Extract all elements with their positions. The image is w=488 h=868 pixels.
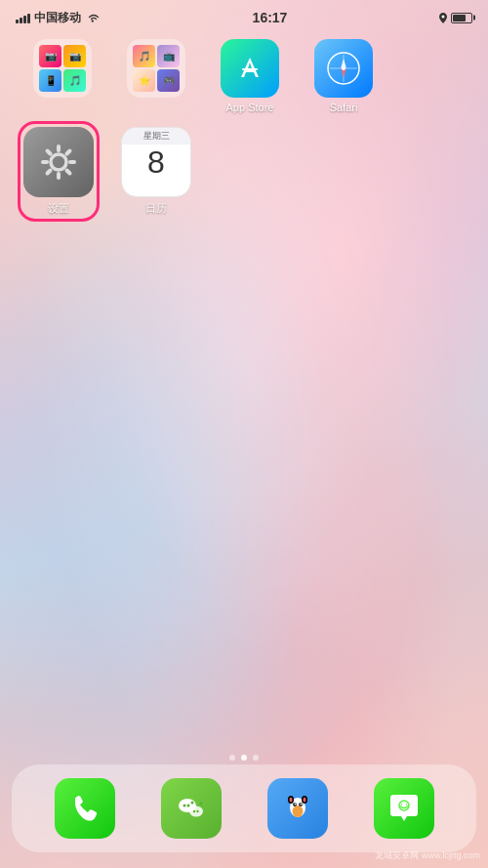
phone-icon-svg (67, 791, 102, 826)
dock-wechat-icon[interactable] (161, 778, 222, 839)
calendar-day-number: 8 (147, 146, 165, 178)
settings-label: 设置 (48, 201, 69, 216)
settings-icon[interactable] (23, 127, 94, 197)
svg-point-20 (190, 802, 193, 805)
wifi-icon (87, 13, 101, 23)
folder-2-item[interactable]: 🎵 📺 ⭐ 🎮 (117, 39, 195, 98)
dock (12, 765, 476, 852)
safari-logo (326, 51, 361, 86)
folder-mini-6: 📺 (157, 45, 180, 67)
svg-point-38 (405, 804, 407, 806)
dock-phone-icon[interactable] (55, 778, 115, 839)
app-row-1: 📷 📷 📱 🎵 🎵 📺 ⭐ 🎮 (16, 39, 472, 113)
appstore-label: App Store (226, 102, 274, 113)
dock-phone-item[interactable] (55, 778, 115, 839)
settings-gear-icon (37, 141, 80, 184)
folder-2-icon[interactable]: 🎵 📺 ⭐ 🎮 (127, 39, 185, 98)
safari-item[interactable]: Safari (305, 39, 383, 113)
calendar-weekday: 星期三 (122, 128, 190, 145)
folder-mini-7: ⭐ (133, 69, 155, 92)
svg-line-15 (48, 171, 51, 174)
qq-icon-svg (279, 790, 316, 827)
calendar-item[interactable]: 星期三 8 日历 (117, 127, 195, 216)
folder-mini-3: 📱 (39, 69, 61, 92)
folder-1-icon[interactable]: 📷 📷 📱 🎵 (33, 39, 92, 98)
svg-point-35 (303, 798, 305, 803)
svg-point-34 (289, 798, 292, 803)
svg-line-13 (48, 151, 51, 154)
svg-point-22 (192, 810, 194, 812)
dock-message-icon[interactable] (374, 778, 434, 839)
svg-point-7 (342, 66, 346, 70)
message-icon-svg (386, 790, 423, 827)
page-dot-3 (253, 755, 259, 761)
svg-point-0 (442, 15, 445, 18)
safari-icon[interactable] (314, 39, 373, 98)
svg-point-30 (300, 804, 302, 806)
svg-point-31 (294, 807, 301, 811)
svg-point-24 (199, 803, 202, 806)
calendar-icon[interactable]: 星期三 8 (121, 127, 191, 197)
page-dot-1 (229, 755, 235, 761)
page-dots (229, 755, 259, 761)
appstore-icon[interactable] (221, 39, 279, 98)
wechat-icon-svg (173, 790, 210, 827)
settings-wrapper[interactable]: 设置 (23, 127, 94, 216)
carrier-label: 中国移动 (34, 10, 81, 26)
status-bar: 中国移动 16:17 (0, 0, 488, 31)
svg-point-23 (196, 810, 198, 812)
safari-label: Safari (330, 102, 358, 113)
dock-wechat-item[interactable] (161, 778, 222, 839)
app-row-2: 设置 星期三 8 日历 (16, 127, 472, 216)
svg-point-29 (294, 804, 296, 806)
appstore-logo (233, 52, 266, 85)
status-right (439, 13, 472, 23)
appstore-item[interactable]: App Store (211, 39, 289, 113)
status-time: 16:17 (253, 10, 288, 25)
svg-rect-1 (242, 68, 258, 70)
calendar-label: 日历 (145, 201, 167, 216)
svg-point-21 (189, 806, 203, 817)
dock-message-item[interactable] (374, 778, 434, 839)
folder-mini-8: 🎮 (157, 69, 180, 92)
signal-bars-icon (16, 12, 30, 23)
svg-line-14 (67, 171, 70, 174)
page-dot-2-active (241, 755, 247, 761)
battery-icon (451, 13, 472, 23)
svg-point-8 (51, 154, 66, 170)
folder-mini-4: 🎵 (63, 69, 86, 92)
watermark: 龙城安卓网 www.lcjrtg.com (375, 849, 480, 862)
svg-point-18 (183, 805, 185, 807)
svg-line-16 (67, 151, 70, 154)
dock-qq-item[interactable] (267, 778, 328, 839)
svg-point-37 (400, 804, 402, 806)
folder-1-item[interactable]: 📷 📷 📱 🎵 (23, 39, 102, 98)
folder-mini-2: 📷 (63, 45, 86, 67)
location-icon (439, 13, 447, 23)
folder-mini-1: 📷 (39, 45, 61, 67)
status-left: 中国移动 (16, 10, 101, 26)
svg-point-19 (186, 805, 189, 807)
folder-mini-5: 🎵 (133, 45, 155, 67)
dock-qq-icon[interactable] (267, 778, 328, 839)
home-screen: 📷 📷 📱 🎵 🎵 📺 ⭐ 🎮 (0, 31, 488, 770)
